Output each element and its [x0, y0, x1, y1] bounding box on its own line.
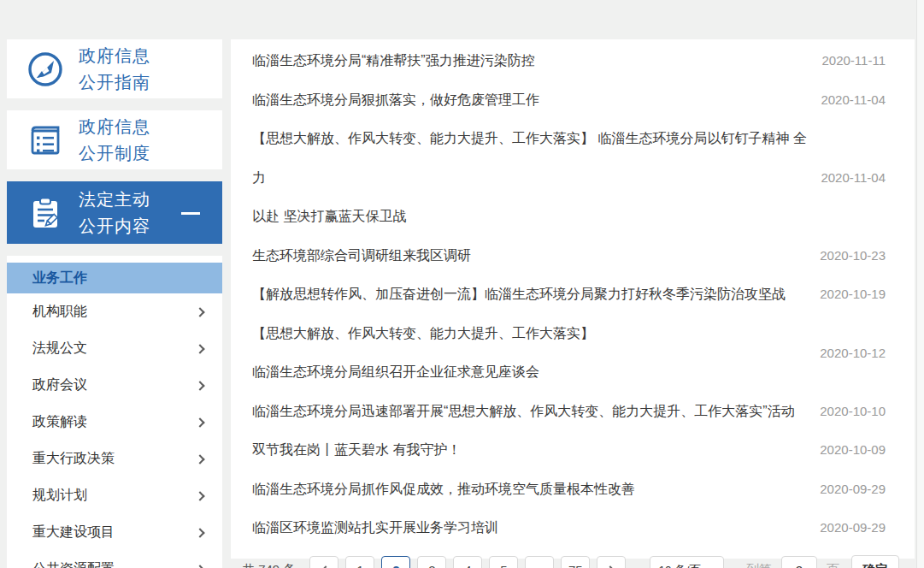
submenu-label: 重大行政决策 [32, 450, 115, 468]
submenu-label: 重大建设项目 [32, 524, 115, 541]
news-row: 临淄生态环境分局“精准帮扶”强力推进污染防控 2020-11-11 [231, 41, 915, 80]
sidebar-item-label: 政府信息公开指南 [79, 43, 150, 96]
chevron-right-icon [195, 307, 204, 317]
pagination-page-button[interactable]: 3 [417, 556, 446, 568]
news-title-link[interactable]: 临淄生态环境分局狠抓落实，做好危废管理工作 [252, 80, 809, 120]
news-title-link[interactable]: 【思想大解放、作风大转变、能力大提升、工作大落实】 临淄生态环境分局组织召开企业… [252, 314, 808, 392]
news-row: 【思想大解放、作风大转变、能力大提升、工作大落实】 临淄生态环境分局以钉钉子精神… [231, 119, 915, 236]
news-title-link[interactable]: 【解放思想转作风、加压奋进创一流】临淄生态环境分局聚力打好秋冬季污染防治攻坚战 [252, 275, 808, 314]
pagination-total: 共 749 条 [242, 562, 296, 568]
sidebar: 政府信息公开指南 政府信息公开制度 [7, 39, 222, 568]
sidebar-item-label: 政府信息公开制度 [79, 114, 150, 167]
sidebar-item-label: 法定主动公开内容 [79, 186, 150, 240]
news-list-panel: 临淄生态环境分局“精准帮扶”强力推进污染防控 2020-11-11 临淄生态环境… [231, 39, 915, 559]
news-date: 2020-11-11 [821, 53, 886, 68]
pagination-next-button[interactable] [597, 556, 626, 568]
news-date: 2020-10-10 [820, 404, 886, 418]
scrollbar-track[interactable] [916, 0, 924, 568]
news-date: 2020-10-09 [820, 442, 886, 457]
pagination-bar: 共 749 条 1 2 3 4 5 ... 75 10 条/页 ▼ 到第 页 确… [231, 555, 915, 568]
news-row: 临淄区环境监测站扎实开展业务学习培训 2020-09-29 [231, 508, 915, 547]
pagination-page-button[interactable]: 5 [489, 556, 518, 568]
submenu-item-gov-meetings[interactable]: 政府会议 [7, 367, 222, 404]
pagination-page-button[interactable]: 75 [561, 556, 590, 568]
submenu-item-org-functions[interactable]: 机构职能 [7, 293, 222, 330]
chevron-right-icon [195, 528, 204, 537]
submenu-label: 机构职能 [32, 303, 87, 321]
submenu-item-business-work[interactable]: 业务工作 [7, 263, 222, 293]
news-date: 2020-10-23 [820, 248, 886, 263]
submenu-label: 法规公文 [32, 340, 87, 358]
submenu-label: 业务工作 [32, 269, 87, 287]
news-title-link[interactable]: 临淄生态环境分局抓作风促成效，推动环境空气质量根本性改善 [252, 470, 808, 509]
news-row: 临淄生态环境分局迅速部署开展“思想大解放、作风大转变、能力大提升、工作大落实”活… [231, 392, 915, 431]
chevron-right-icon [195, 344, 204, 353]
news-title-link[interactable]: 双节我在岗丨蓝天碧水 有我守护！ [252, 430, 808, 470]
news-title-link[interactable]: 临淄生态环境分局迅速部署开展“思想大解放、作风大转变、能力大提升、工作大落实”活… [252, 392, 808, 431]
compass-icon [26, 50, 65, 89]
collapse-minus-icon[interactable] [181, 212, 200, 215]
confirm-button[interactable]: 确定 [851, 555, 899, 568]
pagination-page-button[interactable]: 4 [453, 556, 482, 568]
chevron-right-icon [195, 381, 204, 390]
news-row: 双节我在岗丨蓝天碧水 有我守护！ 2020-10-09 [231, 430, 915, 470]
pagination-page-button-active[interactable]: 2 [381, 556, 410, 568]
news-row: 临淄生态环境分局抓作风促成效，推动环境空气质量根本性改善 2020-09-29 [231, 470, 915, 509]
clipboard-pencil-icon [26, 193, 65, 233]
submenu-label: 政府会议 [32, 376, 87, 394]
sidebar-item-guide[interactable]: 政府信息公开指南 [7, 39, 222, 98]
news-title-link[interactable]: 临淄生态环境分局“精准帮扶”强力推进污染防控 [252, 41, 809, 80]
news-row: 生态环境部综合司调研组来我区调研 2020-10-23 [231, 236, 915, 275]
news-date: 2020-09-29 [820, 520, 886, 535]
sidebar-submenu: 业务工作 机构职能 法规公文 政府会议 政策解读 重大行政决策 规划计划 重大建… [7, 256, 222, 568]
pagination-prev-button[interactable] [309, 556, 338, 568]
sidebar-item-statutory-disclosure[interactable]: 法定主动公开内容 [7, 181, 222, 244]
news-row: 【思想大解放、作风大转变、能力大提升、工作大落实】 临淄生态环境分局组织召开企业… [231, 314, 915, 392]
news-date: 2020-11-04 [821, 92, 886, 107]
goto-page-input[interactable] [781, 556, 817, 568]
submenu-label: 公共资源配置 [32, 560, 115, 568]
news-row: 【解放思想转作风、加压奋进创一流】临淄生态环境分局聚力打好秋冬季污染防治攻坚战 … [231, 275, 915, 314]
sidebar-item-system[interactable]: 政府信息公开制度 [7, 110, 222, 169]
chevron-right-icon [195, 491, 204, 500]
submenu-item-policy-interpretation[interactable]: 政策解读 [7, 404, 222, 441]
news-title-link[interactable]: 临淄区环境监测站扎实开展业务学习培训 [252, 508, 808, 547]
submenu-item-major-projects[interactable]: 重大建设项目 [7, 514, 222, 551]
page-size-select[interactable]: 10 条/页 ▼ [650, 556, 723, 568]
submenu-item-public-resources[interactable]: 公共资源配置 [7, 551, 222, 568]
submenu-item-regulations[interactable]: 法规公文 [7, 330, 222, 367]
chevron-right-icon [195, 417, 204, 427]
submenu-label: 政策解读 [32, 413, 87, 431]
news-date: 2020-10-19 [820, 287, 886, 301]
chevron-right-icon [195, 565, 204, 568]
chevron-right-icon [195, 454, 204, 464]
page-size-value: 10 条/页 [658, 563, 701, 568]
submenu-item-planning[interactable]: 规划计划 [7, 477, 222, 514]
submenu-item-major-decisions[interactable]: 重大行政决策 [7, 441, 222, 477]
pagination-ellipsis[interactable]: ... [525, 556, 554, 568]
pagination-page-button[interactable]: 1 [345, 556, 374, 568]
news-row: 临淄生态环境分局狠抓落实，做好危废管理工作 2020-11-04 [231, 80, 915, 120]
news-date: 2020-09-29 [820, 482, 886, 496]
goto-page-group: 到第 页 确定 [746, 555, 899, 568]
goto-unit-label: 页 [827, 562, 839, 568]
rulebook-icon [26, 121, 65, 160]
news-date: 2020-11-04 [821, 170, 886, 185]
news-title-link[interactable]: 【思想大解放、作风大转变、能力大提升、工作大落实】 临淄生态环境分局以钉钉子精神… [252, 119, 809, 236]
news-date: 2020-10-12 [820, 346, 886, 360]
submenu-label: 规划计划 [32, 487, 87, 505]
news-title-link[interactable]: 生态环境部综合司调研组来我区调研 [252, 236, 808, 275]
goto-label: 到第 [746, 562, 772, 568]
